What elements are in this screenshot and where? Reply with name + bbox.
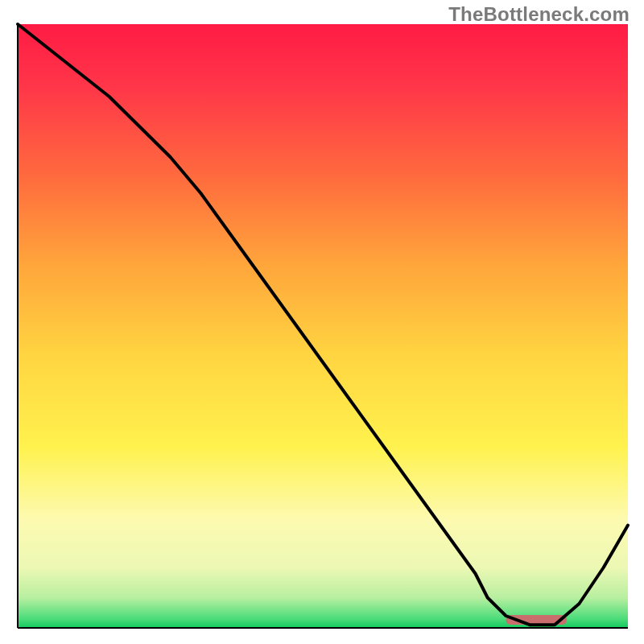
chart-stage: TheBottleneck.com bbox=[0, 0, 644, 644]
bottleneck-plot bbox=[0, 0, 644, 644]
gradient-background bbox=[18, 24, 628, 628]
